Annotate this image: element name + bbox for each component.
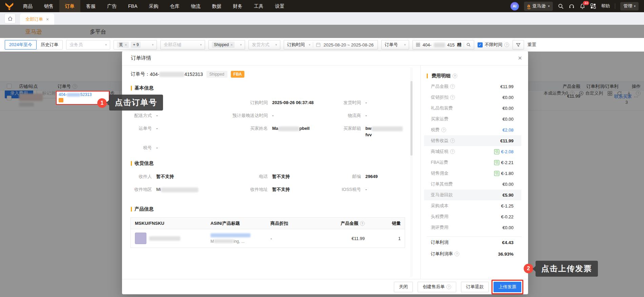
order-status-select[interactable]: Shipped × ▾ bbox=[208, 40, 245, 50]
year-to-date-tab[interactable]: 2024年至今 bbox=[5, 40, 37, 50]
nav-item-tools[interactable]: 工具 bbox=[248, 0, 269, 12]
field-label: 运单号 bbox=[131, 125, 152, 132]
help-icon[interactable]: ? bbox=[455, 252, 459, 256]
unlimited-time-label: 不限时间 bbox=[485, 42, 502, 48]
more-tags-badge[interactable]: + 9 bbox=[131, 42, 141, 48]
divider bbox=[313, 42, 313, 47]
country-tag[interactable]: 英 × bbox=[117, 42, 129, 48]
nav-item-settings[interactable]: 设置 bbox=[269, 0, 290, 12]
fee-row-amazon-payout: 亚马逊回款€5.90 bbox=[424, 190, 521, 200]
history-orders-tab[interactable]: 历史订单 bbox=[36, 40, 63, 50]
nav-item-finance[interactable]: 财务 bbox=[227, 0, 248, 12]
field-label: 配送方式 bbox=[131, 112, 152, 119]
close-button[interactable]: 关闭 bbox=[394, 282, 413, 292]
scrollbar[interactable] bbox=[410, 67, 413, 277]
remove-tag-icon[interactable]: × bbox=[125, 43, 127, 47]
product-row: Ming, ... - €11.99 1 bbox=[131, 229, 405, 248]
asin-masked-link[interactable] bbox=[210, 233, 250, 237]
field-value: 29649 bbox=[365, 173, 378, 180]
apps-grid-icon[interactable] bbox=[590, 3, 596, 9]
chevron-down-icon: ▾ bbox=[240, 43, 242, 46]
nav-item-fba[interactable]: FBA bbox=[122, 0, 143, 12]
row-qty: 1 bbox=[365, 236, 405, 241]
store-select[interactable]: 全部店铺 ▾ bbox=[160, 40, 205, 50]
remove-tag-icon[interactable]: × bbox=[230, 43, 233, 47]
help-icon[interactable]: ? bbox=[441, 127, 446, 132]
help-icon[interactable]: ? bbox=[450, 95, 455, 100]
msku-masked bbox=[149, 236, 180, 241]
help-icon[interactable]: ? bbox=[450, 84, 455, 89]
ship-method-placeholder: 发货方式 bbox=[252, 42, 269, 48]
platform-label: 亚马逊 bbox=[532, 3, 546, 9]
tab-bar: 全部订单 × bbox=[0, 12, 644, 25]
tab-all-orders[interactable]: 全部订单 × bbox=[20, 14, 54, 25]
fba-badge: FBA bbox=[231, 71, 245, 78]
home-button[interactable] bbox=[4, 14, 16, 23]
help-icon[interactable]: ? bbox=[504, 42, 509, 47]
nav-item-orders[interactable]: 订单 bbox=[59, 0, 80, 12]
scrollbar-thumb[interactable] bbox=[410, 81, 412, 156]
callout-step-2: 2 bbox=[524, 264, 533, 273]
field-value: 暂不支持 bbox=[272, 186, 290, 193]
ai-assistant-button[interactable]: AI bbox=[510, 2, 519, 11]
order-input-suffix: 415 bbox=[447, 42, 455, 47]
field-label: 税号 bbox=[131, 144, 152, 151]
field-label: 邮编 bbox=[330, 173, 361, 180]
highlighted-order-link[interactable]: 404-52313 bbox=[59, 92, 92, 97]
upload-invoice-button[interactable]: 上传发票 bbox=[494, 282, 521, 292]
search-icon[interactable] bbox=[558, 3, 564, 9]
field-label: 物流商 bbox=[330, 112, 361, 119]
field-value: - bbox=[365, 186, 367, 193]
order-masked bbox=[67, 93, 80, 97]
help-icon[interactable]: ? bbox=[450, 149, 455, 154]
notifications-bell-icon[interactable]: 44 bbox=[580, 3, 585, 9]
region-prefix: Mi bbox=[156, 187, 161, 192]
field-label: 买家邮箱 bbox=[330, 125, 361, 132]
status-tag[interactable]: Shipped × bbox=[212, 42, 235, 48]
buyer-email-prefix: bw bbox=[365, 126, 371, 131]
order-search-input[interactable]: 404-415 精 bbox=[412, 40, 474, 50]
nav-item-purchase[interactable]: 采购 bbox=[143, 0, 164, 12]
fee-row: 订单其他费€0.00 bbox=[424, 179, 521, 190]
order-refund-button[interactable]: 订单退款 bbox=[461, 282, 489, 292]
exact-match-toggle[interactable]: 精 bbox=[457, 42, 461, 48]
nav-item-ads[interactable]: 广告 bbox=[101, 0, 122, 12]
close-icon[interactable]: × bbox=[46, 17, 49, 22]
section-basic-info: 基本信息 bbox=[131, 85, 154, 91]
admin-menu[interactable]: 管理 ▾ bbox=[620, 2, 639, 11]
nav-item-sales[interactable]: 销售 bbox=[38, 0, 59, 12]
nav-item-data[interactable]: 数据 bbox=[206, 0, 227, 12]
store-placeholder: 全部店铺 bbox=[164, 42, 181, 48]
nav-item-logistics[interactable]: 物流 bbox=[185, 0, 206, 12]
chevron-down-icon: ▾ bbox=[200, 43, 202, 46]
title-suffix: ing, ... bbox=[234, 239, 245, 244]
headset-support-icon[interactable] bbox=[569, 3, 575, 9]
estimated-badge: 估 bbox=[494, 149, 499, 154]
platform-switcher[interactable]: a 亚马逊 ▾ bbox=[524, 2, 553, 11]
unlimited-time-checkbox[interactable]: ✓ 不限时间 ? bbox=[478, 42, 509, 48]
calendar-icon bbox=[316, 42, 321, 47]
date-range-group[interactable]: 订购时间 ▾ 2025-08-20 ~ 2025-08-26 bbox=[284, 40, 378, 50]
help-icon[interactable]: ? bbox=[450, 138, 455, 143]
create-aftersale-button[interactable]: 创建售后单? bbox=[418, 282, 456, 292]
field-value: 2025-08-26 06:37:48 bbox=[272, 99, 314, 106]
order-number-line: 订单号：404-4152313 Shipped FBA bbox=[131, 71, 244, 78]
country-multiselect[interactable]: 英 × + 9 ▾ bbox=[114, 40, 157, 50]
fee-row: 产品金额?€11.99 bbox=[424, 81, 521, 92]
close-icon[interactable]: × bbox=[518, 55, 522, 61]
advanced-filter-button[interactable] bbox=[512, 40, 524, 50]
help-icon: ? bbox=[446, 284, 451, 289]
help-icon[interactable]: ? bbox=[360, 221, 365, 226]
ship-method-select[interactable]: 发货方式 ▾ bbox=[248, 40, 280, 50]
help-icon[interactable]: ? bbox=[452, 74, 457, 78]
fee-row: 销售佣金估€-1.80 bbox=[424, 168, 521, 179]
field-value: 暂不支持 bbox=[272, 173, 290, 180]
salesman-select[interactable]: 业务员 ▾ bbox=[66, 40, 110, 50]
order-field-select[interactable]: 订单号 ▾ bbox=[381, 40, 409, 50]
filter-bar: 2024年至今 历史订单 业务员 ▾ 英 × + 9 ▾ 全部店铺 ▾ Ship… bbox=[0, 38, 644, 52]
help-link[interactable]: 帮助 bbox=[601, 3, 610, 9]
nav-item-products[interactable]: 商品 bbox=[17, 0, 38, 12]
nav-item-warehouse[interactable]: 仓库 bbox=[164, 0, 185, 12]
nav-item-service[interactable]: 客服 bbox=[80, 0, 101, 12]
reset-filters-button[interactable]: 重置 bbox=[527, 42, 536, 48]
